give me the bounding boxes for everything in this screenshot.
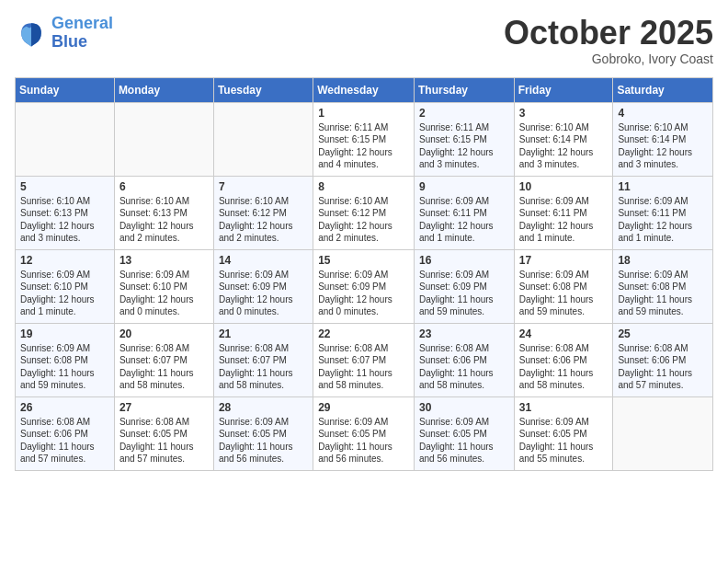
calendar-week-1: 1Sunrise: 6:11 AM Sunset: 6:15 PM Daylig…: [16, 102, 713, 176]
page-header: General Blue October 2025 Gobroko, Ivory…: [15, 15, 713, 66]
day-info: Sunrise: 6:09 AM Sunset: 6:09 PM Dayligh…: [419, 269, 509, 318]
day-number: 19: [20, 327, 109, 340]
day-info: Sunrise: 6:09 AM Sunset: 6:11 PM Dayligh…: [419, 195, 509, 245]
calendar-week-5: 26Sunrise: 6:08 AM Sunset: 6:06 PM Dayli…: [16, 396, 713, 470]
day-info: Sunrise: 6:11 AM Sunset: 6:15 PM Dayligh…: [419, 121, 509, 171]
weekday-header-wednesday: Wednesday: [313, 77, 415, 102]
calendar-cell: 2Sunrise: 6:11 AM Sunset: 6:15 PM Daylig…: [414, 102, 514, 176]
day-number: 23: [419, 327, 509, 340]
weekday-header-saturday: Saturday: [613, 77, 713, 102]
day-info: Sunrise: 6:09 AM Sunset: 6:08 PM Dayligh…: [618, 269, 708, 318]
day-info: Sunrise: 6:08 AM Sunset: 6:06 PM Dayligh…: [419, 342, 509, 392]
calendar-cell: [613, 396, 713, 470]
day-number: 5: [20, 180, 109, 193]
day-info: Sunrise: 6:10 AM Sunset: 6:14 PM Dayligh…: [618, 121, 708, 171]
logo-line1: General: [51, 14, 113, 32]
day-info: Sunrise: 6:08 AM Sunset: 6:05 PM Dayligh…: [119, 416, 209, 465]
day-number: 2: [419, 107, 509, 120]
calendar-cell: [16, 102, 115, 176]
day-number: 1: [318, 107, 409, 120]
day-info: Sunrise: 6:10 AM Sunset: 6:12 PM Dayligh…: [219, 195, 308, 245]
logo-line2: Blue: [51, 32, 87, 51]
calendar-cell: 25Sunrise: 6:08 AM Sunset: 6:06 PM Dayli…: [613, 323, 713, 396]
day-number: 10: [519, 180, 609, 193]
day-info: Sunrise: 6:10 AM Sunset: 6:12 PM Dayligh…: [318, 195, 409, 245]
day-info: Sunrise: 6:08 AM Sunset: 6:07 PM Dayligh…: [318, 342, 409, 392]
day-info: Sunrise: 6:09 AM Sunset: 6:05 PM Dayligh…: [519, 416, 609, 465]
day-number: 4: [618, 107, 708, 120]
day-number: 29: [318, 401, 409, 414]
day-info: Sunrise: 6:10 AM Sunset: 6:13 PM Dayligh…: [20, 195, 109, 245]
day-number: 11: [618, 180, 708, 193]
day-info: Sunrise: 6:08 AM Sunset: 6:06 PM Dayligh…: [20, 416, 109, 465]
day-info: Sunrise: 6:09 AM Sunset: 6:09 PM Dayligh…: [219, 269, 308, 318]
calendar-cell: 20Sunrise: 6:08 AM Sunset: 6:07 PM Dayli…: [114, 323, 213, 396]
calendar-cell: 7Sunrise: 6:10 AM Sunset: 6:12 PM Daylig…: [213, 176, 313, 249]
day-number: 16: [419, 254, 509, 267]
day-info: Sunrise: 6:08 AM Sunset: 6:06 PM Dayligh…: [618, 342, 708, 392]
day-number: 31: [519, 401, 609, 414]
day-info: Sunrise: 6:09 AM Sunset: 6:11 PM Dayligh…: [618, 195, 708, 245]
calendar-cell: 8Sunrise: 6:10 AM Sunset: 6:12 PM Daylig…: [313, 176, 415, 249]
calendar-cell: 28Sunrise: 6:09 AM Sunset: 6:05 PM Dayli…: [213, 396, 313, 470]
day-info: Sunrise: 6:09 AM Sunset: 6:05 PM Dayligh…: [318, 416, 409, 465]
day-number: 14: [219, 254, 308, 267]
calendar-cell: 23Sunrise: 6:08 AM Sunset: 6:06 PM Dayli…: [414, 323, 514, 396]
logo-text: General Blue: [51, 15, 113, 52]
weekday-header-sunday: Sunday: [16, 77, 115, 102]
day-number: 30: [419, 401, 509, 414]
calendar-table: SundayMondayTuesdayWednesdayThursdayFrid…: [15, 77, 713, 471]
day-number: 8: [318, 180, 409, 193]
calendar-week-2: 5Sunrise: 6:10 AM Sunset: 6:13 PM Daylig…: [16, 176, 713, 249]
day-info: Sunrise: 6:09 AM Sunset: 6:08 PM Dayligh…: [20, 342, 109, 392]
day-number: 20: [119, 327, 209, 340]
day-info: Sunrise: 6:09 AM Sunset: 6:05 PM Dayligh…: [219, 416, 308, 465]
day-info: Sunrise: 6:08 AM Sunset: 6:07 PM Dayligh…: [119, 342, 209, 392]
day-number: 12: [20, 254, 109, 267]
day-info: Sunrise: 6:09 AM Sunset: 6:09 PM Dayligh…: [318, 269, 409, 318]
day-number: 21: [219, 327, 308, 340]
day-number: 25: [618, 327, 708, 340]
day-info: Sunrise: 6:09 AM Sunset: 6:08 PM Dayligh…: [519, 269, 609, 318]
day-number: 26: [20, 401, 109, 414]
logo: General Blue: [15, 15, 113, 52]
day-info: Sunrise: 6:09 AM Sunset: 6:05 PM Dayligh…: [419, 416, 509, 465]
weekday-header-friday: Friday: [514, 77, 613, 102]
month-title: October 2025: [504, 15, 713, 52]
calendar-cell: [213, 102, 313, 176]
calendar-cell: 31Sunrise: 6:09 AM Sunset: 6:05 PM Dayli…: [514, 396, 613, 470]
day-number: 3: [519, 107, 609, 120]
calendar-week-3: 12Sunrise: 6:09 AM Sunset: 6:10 PM Dayli…: [16, 249, 713, 323]
calendar-cell: 9Sunrise: 6:09 AM Sunset: 6:11 PM Daylig…: [414, 176, 514, 249]
day-info: Sunrise: 6:08 AM Sunset: 6:06 PM Dayligh…: [519, 342, 609, 392]
calendar-cell: 29Sunrise: 6:09 AM Sunset: 6:05 PM Dayli…: [313, 396, 415, 470]
day-number: 18: [618, 254, 708, 267]
day-number: 27: [119, 401, 209, 414]
calendar-cell: 11Sunrise: 6:09 AM Sunset: 6:11 PM Dayli…: [613, 176, 713, 249]
calendar-cell: 18Sunrise: 6:09 AM Sunset: 6:08 PM Dayli…: [613, 249, 713, 323]
calendar-cell: 14Sunrise: 6:09 AM Sunset: 6:09 PM Dayli…: [213, 249, 313, 323]
day-info: Sunrise: 6:08 AM Sunset: 6:07 PM Dayligh…: [219, 342, 308, 392]
weekday-header-tuesday: Tuesday: [213, 77, 313, 102]
weekday-header-thursday: Thursday: [414, 77, 514, 102]
calendar-cell: 12Sunrise: 6:09 AM Sunset: 6:10 PM Dayli…: [16, 249, 115, 323]
calendar-week-4: 19Sunrise: 6:09 AM Sunset: 6:08 PM Dayli…: [16, 323, 713, 396]
day-info: Sunrise: 6:11 AM Sunset: 6:15 PM Dayligh…: [318, 121, 409, 171]
day-number: 17: [519, 254, 609, 267]
calendar-cell: 6Sunrise: 6:10 AM Sunset: 6:13 PM Daylig…: [114, 176, 213, 249]
location: Gobroko, Ivory Coast: [504, 52, 713, 66]
day-info: Sunrise: 6:09 AM Sunset: 6:10 PM Dayligh…: [119, 269, 209, 318]
calendar-cell: 3Sunrise: 6:10 AM Sunset: 6:14 PM Daylig…: [514, 102, 613, 176]
calendar-cell: 1Sunrise: 6:11 AM Sunset: 6:15 PM Daylig…: [313, 102, 415, 176]
calendar-cell: 24Sunrise: 6:08 AM Sunset: 6:06 PM Dayli…: [514, 323, 613, 396]
calendar-cell: 21Sunrise: 6:08 AM Sunset: 6:07 PM Dayli…: [213, 323, 313, 396]
day-info: Sunrise: 6:10 AM Sunset: 6:13 PM Dayligh…: [119, 195, 209, 245]
calendar-cell: 17Sunrise: 6:09 AM Sunset: 6:08 PM Dayli…: [514, 249, 613, 323]
calendar-cell: 30Sunrise: 6:09 AM Sunset: 6:05 PM Dayli…: [414, 396, 514, 470]
day-number: 7: [219, 180, 308, 193]
calendar-cell: 27Sunrise: 6:08 AM Sunset: 6:05 PM Dayli…: [114, 396, 213, 470]
calendar-cell: [114, 102, 213, 176]
calendar-cell: 10Sunrise: 6:09 AM Sunset: 6:11 PM Dayli…: [514, 176, 613, 249]
day-number: 24: [519, 327, 609, 340]
calendar-cell: 15Sunrise: 6:09 AM Sunset: 6:09 PM Dayli…: [313, 249, 415, 323]
